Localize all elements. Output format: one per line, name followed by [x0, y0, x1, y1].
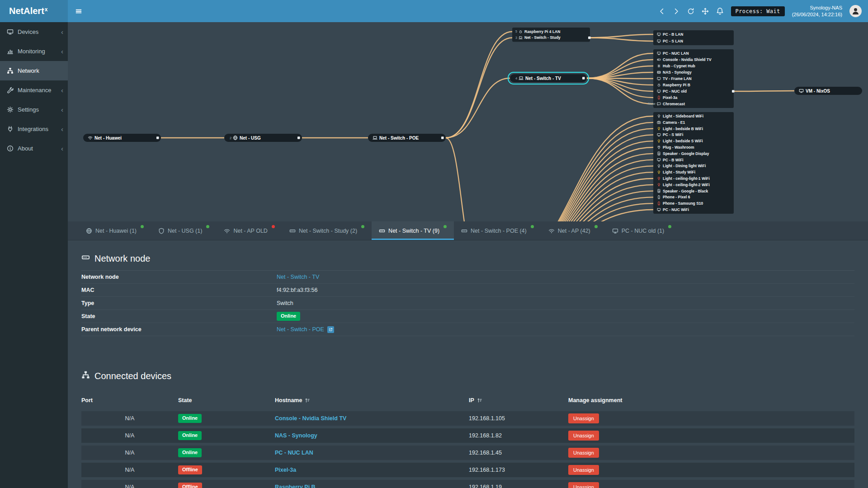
detail-value: Net - Switch - TV [277, 274, 319, 280]
unassign-button[interactable]: Unassign [568, 431, 599, 441]
network-topology-map[interactable]: 5Raspberry Pi 4 LAN3Net - Switch - Study… [68, 22, 868, 221]
svg-text:Plug - Washroom: Plug - Washroom [663, 145, 694, 150]
device-phone-pixel-6[interactable]: Phone - Pixel 6 [658, 195, 690, 199]
nav-back-button[interactable] [658, 8, 665, 15]
tab-net-switch-poe-4[interactable]: Net - Switch - POE (4) [454, 221, 541, 240]
sidebar-item-settings[interactable]: Settings‹ [0, 100, 68, 119]
tab-net-huawei-1[interactable]: Net - Huawei (1) [79, 221, 151, 240]
parent-node-link[interactable]: Net - Switch - POE [277, 326, 324, 333]
svg-text:Light - Sideboard WiFi: Light - Sideboard WiFi [663, 114, 703, 118]
gear-icon [7, 106, 14, 113]
device-light-sideboard-wifi[interactable]: Light - Sideboard WiFi [658, 114, 703, 118]
column-header-ip[interactable]: IP [469, 397, 568, 404]
monitoring-icon [7, 48, 14, 55]
svg-text:Pixel-3a: Pixel-3a [663, 95, 677, 100]
device-group-gB: PC - B LANPC - S LAN [653, 30, 734, 45]
port-cell: N/A [81, 450, 178, 456]
unassign-button[interactable]: Unassign [568, 465, 599, 475]
node-net-usg[interactable]: 2Net - USG [224, 134, 302, 142]
tab-label: Net - AP OLD [233, 228, 268, 234]
hostname-link[interactable]: NAS - Synology [275, 432, 317, 439]
sidebar-item-network[interactable]: Network [0, 61, 68, 80]
state-badge: Offline [178, 483, 202, 488]
device-light-ceiling-light-1-wifi[interactable]: Light - ceiling-light-1 WiFi [658, 176, 709, 181]
tab-net-ap-42[interactable]: Net - AP (42) [541, 221, 605, 240]
detail-label: Parent network device [81, 326, 277, 333]
hostname-cell: Console - Nvidia Shield TV [275, 415, 469, 422]
svg-text:Light - ceiling-light-1 WiFi: Light - ceiling-light-1 WiFi [663, 176, 710, 181]
topology-edge [491, 147, 653, 221]
nav-forward-button[interactable] [673, 8, 680, 15]
device-speaker-google-display[interactable]: Speaker - Google Display [658, 151, 709, 156]
svg-text:Chromecast: Chromecast [663, 102, 685, 106]
topology-edge [446, 138, 477, 221]
device-light-bedside-s-wifi[interactable]: Light - bedside S WiFi [658, 139, 703, 143]
detail-label: Network node [81, 274, 277, 280]
chevron-left-icon: ‹ [61, 88, 63, 93]
sidebar-item-label: About [18, 145, 57, 152]
sidebar-item-maintenance[interactable]: Maintenance‹ [0, 80, 68, 100]
table-row: N/AOnlineNAS - Synology192.168.1.82Unass… [81, 428, 854, 443]
unassign-button[interactable]: Unassign [568, 413, 599, 423]
node-net-huawei[interactable]: Net - Huawei [83, 134, 161, 142]
device-light-study-wifi[interactable]: Light - Study WiFi [658, 170, 695, 174]
top-navbar: NetAlertx Process: Wait Synology-NAS (26… [0, 0, 868, 22]
tab-net-ap-old[interactable]: Net - AP OLD [217, 221, 282, 240]
device-light-ceiling-light-2-wifi[interactable]: Light - ceiling-light-2 WiFi [658, 183, 709, 187]
hostname-link[interactable]: PC - NUC LAN [275, 450, 313, 456]
tab-net-switch-study-2[interactable]: Net - Switch - Study (2) [282, 221, 372, 240]
device-console-nvidia-shield-tv[interactable]: Console - Nvidia Shield TV [657, 57, 712, 62]
device-phone-samsung-s10[interactable]: Phone - Samsung S10 [658, 201, 703, 206]
unassign-button[interactable]: Unassign [568, 448, 599, 458]
tab-label: Net - AP (42) [558, 228, 590, 234]
node-net-switch-poe[interactable]: Net - Switch - POE [368, 134, 446, 142]
device-hub-cygnet-hub[interactable]: Hub - Cygnet Hub [658, 64, 695, 68]
device-light-dining-light-wifi[interactable]: Light - Dining light WiFi [658, 164, 706, 168]
detail-row-state: StateOnline [81, 310, 854, 323]
column-header-hostname[interactable]: Hostname [275, 397, 469, 404]
node-net-switch-tv[interactable]: 4Net - Switch - TV [508, 72, 589, 84]
device-tv-frame-lan[interactable]: TV - Frame LAN [657, 76, 692, 81]
detail-label: Type [81, 300, 277, 306]
hostname-link[interactable]: Pixel-3a [275, 467, 296, 473]
device-raspberry-pi-b[interactable]: Raspberry Pi B [658, 83, 690, 87]
switch-icon [289, 228, 296, 234]
tab-net-usg-1[interactable]: Net - USG (1) [151, 221, 217, 240]
status-dot [141, 225, 144, 228]
sidebar-item-about[interactable]: About‹ [0, 139, 68, 158]
hostname-link[interactable]: Console - Nvidia Shield TV [275, 415, 346, 422]
switch-icon [461, 228, 467, 234]
sitemap-icon [81, 371, 90, 381]
tab-net-switch-tv-9[interactable]: Net - Switch - TV (9) [372, 221, 454, 240]
hostname-link[interactable]: Raspberry Pi B [275, 484, 316, 488]
sidebar-item-monitoring[interactable]: Monitoring‹ [0, 42, 68, 61]
refresh-icon [687, 8, 694, 15]
pan-mode-button[interactable] [702, 8, 709, 15]
node-link[interactable]: Net - Switch - TV [277, 274, 319, 280]
device-speaker-google-black[interactable]: Speaker - Google - Black [658, 189, 708, 193]
user-avatar[interactable] [849, 5, 862, 17]
sidebar-toggle-button[interactable] [68, 0, 90, 22]
tab-pc-nuc-old-1[interactable]: PC - NUC old (1) [605, 221, 679, 240]
app-logo[interactable]: NetAlertx [0, 0, 68, 22]
sidebar-item-devices[interactable]: Devices‹ [0, 22, 68, 42]
status-dot [668, 225, 671, 228]
column-header-label: Manage assignment [568, 397, 622, 404]
manage-cell: Unassign [568, 431, 854, 441]
refresh-button[interactable] [687, 8, 694, 15]
device-light-bedside-b-wifi[interactable]: Light - bedside B WiFi [658, 127, 703, 131]
notifications-bell-button[interactable] [716, 7, 724, 15]
device-group-gA: 5Raspberry Pi 4 LAN3Net - Switch - Study [512, 28, 591, 42]
topology-edge [590, 34, 653, 38]
external-link-icon[interactable] [327, 326, 334, 333]
sort-icon [305, 398, 310, 403]
ip-cell: 192.168.1.105 [469, 415, 568, 422]
device-nas-synology[interactable]: NAS - Synology [657, 70, 692, 75]
unassign-button[interactable]: Unassign [568, 482, 599, 488]
navbar: Process: Wait Synology-NAS (26/06/2024, … [68, 0, 868, 22]
device-plug-washroom[interactable]: Plug - Washroom [658, 145, 694, 150]
node-vm-nixos[interactable]: VM - NixOS [794, 87, 862, 95]
network-icon [7, 67, 14, 74]
column-header-label: Port [81, 397, 93, 404]
sidebar-item-integrations[interactable]: Integrations‹ [0, 119, 68, 139]
